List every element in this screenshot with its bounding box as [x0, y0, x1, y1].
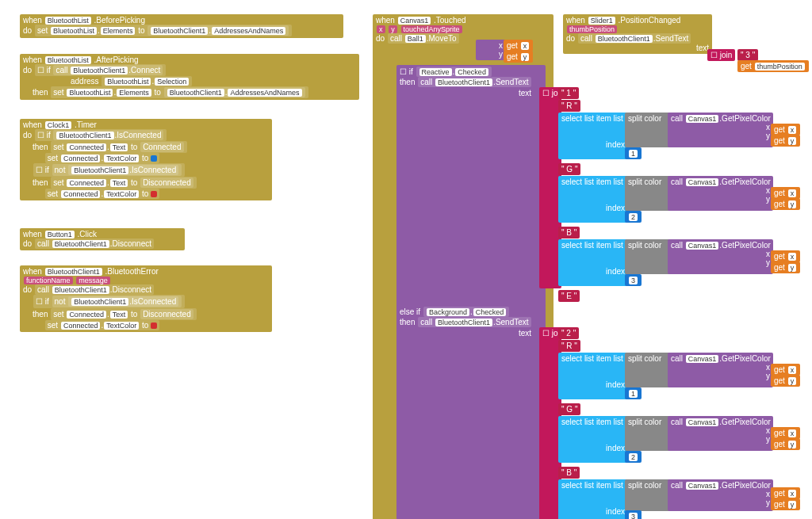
elseif-background: else if Background.Checked then call Blu… [396, 305, 546, 329]
selectitem-5[interactable]: select list item listindex [558, 416, 628, 463]
when-bterror[interactable]: when BluetoothClient1 .BluetoothError fu… [20, 265, 272, 332]
splitcolor-5[interactable]: split color [625, 416, 671, 451]
moveto-args: xy [476, 40, 506, 60]
when-btlist-beforepicking[interactable]: when BluetoothList .BeforePicking do set… [20, 14, 343, 38]
do-kw: do [23, 26, 32, 35]
if-block[interactable]: ☐ if call BluetoothClient1.Connect [35, 64, 166, 76]
idx-3[interactable]: 3 [625, 274, 642, 286]
getpixel-2[interactable]: call Canvas1.GetPixelColorxy [668, 176, 773, 211]
getpixel-6[interactable]: call Canvas1.GetPixelColorxy [668, 479, 773, 511]
str-B2[interactable]: " B " [558, 467, 580, 479]
when-button-click[interactable]: when Button1 .Click do call BluetoothCli… [20, 228, 185, 250]
splitcolor-6[interactable]: split color [625, 479, 671, 511]
sendtext-label-1: text [515, 87, 534, 99]
selectitem-1[interactable]: select list item listindex [558, 113, 628, 159]
getx-p1[interactable]: get x [771, 124, 800, 135]
when-kw: when [23, 16, 42, 25]
getx-p6[interactable]: get x [771, 487, 800, 499]
param-fname[interactable]: functionName [24, 277, 73, 284]
gety-p1[interactable]: get y [771, 135, 800, 147]
getx-p2[interactable]: get x [771, 187, 800, 199]
sendtext-label-2: text [515, 327, 534, 339]
join-3[interactable]: ☐ join [707, 49, 735, 61]
get-y-1[interactable]: get y [504, 51, 533, 63]
selectitem-6[interactable]: select list item listindex [558, 479, 628, 519]
str-G[interactable]: " G " [558, 163, 580, 175]
idx-2[interactable]: 2 [625, 211, 642, 223]
get-x-1[interactable]: get x [504, 40, 533, 52]
event: BeforePicking [96, 16, 145, 25]
gety-p6[interactable]: get y [771, 498, 800, 510]
if-reactive[interactable]: ☐ if Reactive.Checked then call Bluetoot… [396, 65, 546, 519]
str-E[interactable]: " E " [558, 290, 580, 302]
splitcolor-1[interactable]: split color [625, 113, 671, 147]
getx-p4[interactable]: get x [771, 364, 800, 376]
getpixel-1[interactable]: call Canvas1.GetPixelColorxy [668, 113, 773, 147]
str-1[interactable]: " 1 " [558, 87, 579, 99]
param-message[interactable]: message [76, 277, 110, 284]
idx-6[interactable]: 3 [625, 510, 642, 519]
splitcolor-4[interactable]: split color [625, 353, 671, 387]
selectitem-2[interactable]: select list item listindex [558, 176, 628, 223]
str-B[interactable]: " B " [558, 227, 580, 239]
idx-5[interactable]: 2 [625, 451, 642, 463]
splitcolor-3[interactable]: split color [625, 239, 671, 274]
getx-p3[interactable]: get x [771, 250, 800, 262]
component[interactable]: BluetoothList [45, 17, 91, 25]
when-btlist-afterpicking[interactable]: when BluetoothList .AfterPicking do ☐ if… [20, 54, 359, 100]
getx-p5[interactable]: get x [771, 427, 800, 439]
gety-p4[interactable]: get y [771, 375, 800, 387]
gety-p2[interactable]: get y [771, 198, 800, 210]
getpixel-3[interactable]: call Canvas1.GetPixelColorxy [668, 239, 773, 274]
gety-p3[interactable]: get y [771, 261, 800, 273]
getpixel-4[interactable]: call Canvas1.GetPixelColorxy [668, 353, 773, 387]
getpixel-5[interactable]: call Canvas1.GetPixelColorxy [668, 416, 773, 451]
when-clock-timer[interactable]: when Clock1 .Timer do ☐ if BluetoothClie… [20, 119, 272, 200]
selectitem-3[interactable]: select list item listindex [558, 239, 628, 286]
gety-p5[interactable]: get y [771, 438, 800, 450]
color-red[interactable] [151, 191, 157, 197]
addr-names[interactable]: BluetoothClient1.AddressesAndNames [147, 25, 289, 36]
str-2[interactable]: " 2 " [558, 327, 579, 339]
color-blue[interactable] [151, 155, 157, 162]
str-3[interactable]: " 3 " [737, 49, 758, 61]
str-G2[interactable]: " G " [558, 403, 580, 415]
when-slider-poschanged[interactable]: when Slider1 .PositionChanged thumbPosit… [563, 14, 712, 54]
idx-1[interactable]: 1 [625, 147, 642, 159]
str-R2[interactable]: " R " [558, 340, 580, 352]
splitcolor-2[interactable]: split color [625, 176, 671, 211]
str-R[interactable]: " R " [558, 100, 580, 112]
selectitem-4[interactable]: select list item listindex [558, 353, 628, 399]
idx-4[interactable]: 1 [625, 387, 642, 399]
get-thumbpos[interactable]: get thumbPosition [737, 60, 809, 72]
set-block[interactable]: set BluetoothList.Elements to BluetoothC… [35, 25, 292, 36]
